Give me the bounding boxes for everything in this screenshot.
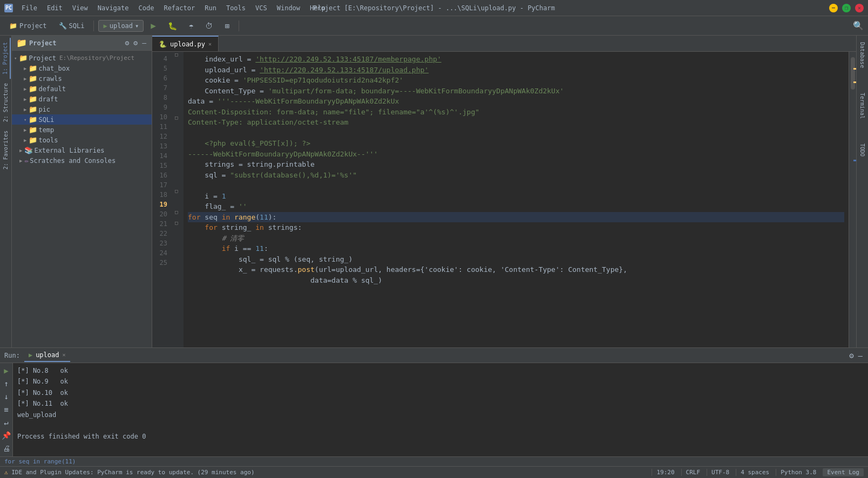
window-controls[interactable]: — ❐ ✕ (829, 4, 864, 12)
scroll-down-btn[interactable]: ↓ (3, 391, 9, 402)
menu-refactor[interactable]: Refactor (159, 3, 199, 13)
run-configuration[interactable]: ▶ upload ▾ (98, 20, 144, 32)
coverage-btn[interactable]: ☂ (184, 19, 198, 33)
code-line-19: for seq in range(11): (188, 212, 844, 223)
app-icon: PC (4, 4, 13, 12)
tree-item-temp[interactable]: ▶ 📁 temp (12, 125, 152, 135)
tab-terminal[interactable]: Terminal (858, 88, 867, 123)
panel-gear-icon[interactable]: ⚙ (132, 38, 139, 47)
debug-btn[interactable]: 🐛 (163, 19, 182, 33)
tree-item-sqli[interactable]: ▾ 📁 SQLi (12, 114, 152, 125)
menu-window[interactable]: Window (273, 3, 304, 13)
console-line-3: [*] No.10 ok (17, 387, 864, 398)
wrap-btn[interactable]: ↵ (3, 417, 9, 428)
run-tab-label: upload (36, 351, 59, 359)
line-ending[interactable]: CRLF (681, 469, 705, 476)
tree-item-chat_box[interactable]: ▶ 📁 chat_box (12, 63, 152, 73)
menu-tools[interactable]: Tools (222, 3, 250, 13)
tab-project[interactable]: 1: Project (1, 38, 11, 79)
folder-icon-pic: 📁 (29, 105, 37, 113)
project-panel-header: 📁 Project ⚙ ⚙ — (12, 36, 152, 51)
rerun-btn[interactable]: ▶ (3, 365, 9, 376)
code-line-17: i = 1 (188, 191, 844, 202)
run-config-dropdown[interactable]: ▾ (135, 22, 139, 30)
python-version[interactable]: Python 3.8 (776, 469, 820, 476)
menu-navigate[interactable]: Navigate (93, 3, 133, 13)
code-line-8: data = '''------WebKitFormBoundaryyDpANp… (188, 96, 844, 107)
run-tab-upload[interactable]: ▶ upload ✕ (24, 349, 70, 362)
title-bar: PC File Edit View Navigate Code Refactor… (0, 0, 868, 16)
code-editor[interactable]: 4 5 6 7 8 9 10 11 12 13 14 15 16 17 18 1… (152, 52, 856, 347)
scroll-thumb[interactable] (851, 57, 855, 90)
run-config-label: upload (110, 22, 133, 30)
maximize-button[interactable]: ❐ (842, 4, 851, 12)
menu-file[interactable]: File (17, 3, 42, 13)
tab-favorites[interactable]: 2: Favorites (1, 126, 10, 174)
menu-code[interactable]: Code (134, 3, 159, 13)
cursor-position[interactable]: 19:20 (652, 469, 679, 476)
panel-minimize-icon[interactable]: — (141, 38, 147, 47)
code-line-25: data=data % sql_) (188, 275, 844, 286)
vcs-toolbar-btn[interactable]: 🔧 SQLi (54, 19, 90, 32)
indent[interactable]: 4 spaces (736, 469, 774, 476)
run-close-panel-icon[interactable]: — (857, 350, 864, 361)
code-content[interactable]: index_url = 'http://220.249.52.133:45187… (184, 52, 849, 347)
tab-upload-py-close[interactable]: ✕ (208, 41, 212, 47)
menu-view[interactable]: View (68, 3, 92, 13)
tree-item-scratches[interactable]: ▶ ✏ Scratches and Consoles (12, 155, 152, 166)
code-line-23: sql_ = sql % (seq, string_) (188, 254, 844, 265)
code-line-15: sql = "substr(database(),%d,1)='%s'" (188, 170, 844, 181)
code-line-20: for string_ in strings: (188, 222, 844, 233)
line-numbers: 4 5 6 7 8 9 10 11 12 13 14 15 16 17 18 1… (152, 52, 174, 347)
tree-item-pic[interactable]: ▶ 📁 pic (12, 104, 152, 114)
bottom-area: Run: ▶ upload ✕ ⚙ — ▶ ↑ ↓ ≡ ↵ 📌 🖨 🗑 [*] … (0, 347, 868, 466)
window-title: Project [E:\Repository\Project] - ...\SQ… (313, 4, 555, 12)
tree-item-external-libs[interactable]: ▶ 📚 External Libraries (12, 145, 152, 155)
search-everywhere-icon[interactable]: 🔍 (853, 21, 864, 31)
encoding[interactable]: UTF-8 (707, 469, 734, 476)
editor-scrollbar[interactable] (849, 52, 856, 347)
console-output: [*] No.8 ok [*] No.9 ok [*] No.10 ok [*]… (13, 363, 868, 456)
project-folder-icon-root: 📁 (19, 54, 28, 62)
code-line-24: x_ = requests.post(url=upload_url, heade… (188, 264, 844, 275)
print-btn[interactable]: 🖨 (2, 443, 11, 454)
run-tab-close[interactable]: ✕ (63, 352, 66, 358)
run-settings-icon[interactable]: ⚙ (848, 350, 855, 361)
toolbar: 📁 Project 🔧 SQLi ▶ upload ▾ ▶ 🐛 ☂ ⏱ ⊞ 🔍 (0, 16, 868, 36)
filter-btn[interactable]: ≡ (3, 404, 9, 415)
menu-vcs[interactable]: VCS (251, 3, 272, 13)
tree-item-root[interactable]: ▾ 📁 Project E:\Repository\Project (12, 53, 152, 63)
menu-edit[interactable]: Edit (43, 3, 67, 13)
code-line-7: Content_Type = 'multipart/form-data; bou… (188, 86, 844, 97)
tree-label-draft: draft (38, 95, 58, 103)
project-toolbar-btn[interactable]: 📁 Project (4, 19, 52, 32)
tree-item-default[interactable]: ▶ 📁 default (12, 84, 152, 94)
tree-item-draft[interactable]: ▶ 📁 draft (12, 94, 152, 104)
project-label: Project (19, 22, 47, 30)
scroll-mark-3 (853, 160, 856, 161)
tree-item-tools[interactable]: ▶ 📁 tools (12, 135, 152, 145)
folder-icon-temp: 📁 (29, 126, 37, 134)
folder-icon-tools: 📁 (29, 136, 37, 144)
console-line-1: [*] No.8 ok (17, 365, 864, 376)
console-breadcrumb: for seq in range(11) (0, 456, 868, 466)
event-log-button[interactable]: Event Log (823, 468, 864, 476)
console-line-7: Process finished with exit code 0 (17, 431, 864, 442)
close-button[interactable]: ✕ (855, 4, 864, 12)
tree-item-crawls[interactable]: ▶ 📁 crawls (12, 73, 152, 84)
warning-icon: ⚠ (4, 469, 8, 476)
tab-todo[interactable]: TODO (858, 139, 867, 161)
run-btn[interactable]: ▶ (146, 18, 161, 33)
tab-structure[interactable]: 2: Structure (1, 79, 10, 126)
tree-label-scratches: Scratches and Consoles (30, 157, 116, 165)
tab-upload-py[interactable]: 🐍 upload.py ✕ (152, 36, 219, 51)
concurrency-btn[interactable]: ⊞ (220, 19, 234, 33)
panel-settings-icon[interactable]: ⚙ (124, 38, 131, 47)
menu-run[interactable]: Run (200, 3, 221, 13)
menu-bar[interactable]: File Edit View Navigate Code Refactor Ru… (17, 3, 330, 13)
minimize-button[interactable]: — (829, 4, 838, 12)
pin-btn[interactable]: 📌 (1, 430, 12, 441)
tab-database[interactable]: Database (858, 38, 867, 72)
profile-btn[interactable]: ⏱ (200, 19, 218, 33)
scroll-up-btn[interactable]: ↑ (3, 378, 9, 389)
